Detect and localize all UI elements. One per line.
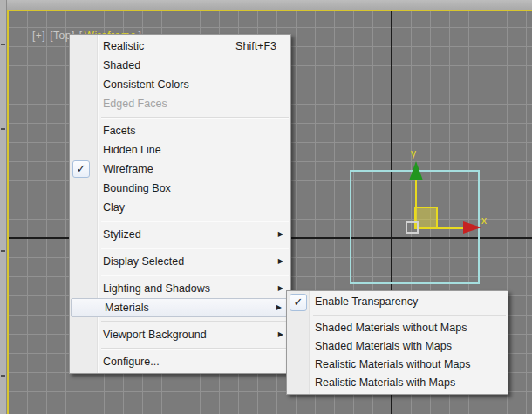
submenu-arrow-icon: ▶	[278, 252, 283, 271]
menu-item-shaded[interactable]: Shaded	[70, 56, 290, 75]
menu-item-consistent-colors[interactable]: Consistent Colors	[70, 75, 290, 94]
viewport-general-menu-label[interactable]: [+]	[32, 30, 45, 42]
menu-item-label: Clay	[103, 201, 125, 214]
viewport-top-edge	[6, 0, 532, 10]
menu-item-label: Consistent Colors	[103, 78, 189, 91]
x-axis-label: x	[481, 214, 487, 227]
menu-item-edged-faces[interactable]: Edged Faces	[70, 94, 290, 113]
menu-item-label: Display Selected	[103, 255, 184, 268]
viewport-left-edge	[0, 0, 7, 414]
menu-item-realistic-materials-without-maps[interactable]: Realistic Materials without Maps	[287, 356, 508, 374]
menu-separator	[70, 217, 290, 225]
menu-item-shaded-materials-with-maps[interactable]: Shaded Materials with Maps	[287, 337, 508, 356]
menu-item-label: Materials	[105, 302, 149, 314]
x-axis-arrow-icon[interactable]	[463, 221, 481, 234]
menu-item-label: Viewport Background	[103, 329, 207, 341]
menu-item-materials[interactable]: Materials▶	[71, 298, 290, 317]
menu-item-label: Shaded Materials with Maps	[315, 340, 452, 352]
y-axis-arrow-icon[interactable]	[409, 161, 423, 180]
menu-item-lighting-and-shadows[interactable]: Lighting and Shadows▶	[70, 279, 290, 298]
menu-item-label: Shaded	[103, 59, 140, 71]
menu-item-shortcut: Shift+F3	[235, 37, 276, 56]
menu-item-realistic[interactable]: RealisticShift+F3	[70, 37, 290, 56]
y-axis-label: y	[411, 147, 416, 159]
menu-item-label: Realistic Materials with Maps	[315, 377, 455, 389]
menu-item-hidden-line[interactable]: Hidden Line	[70, 140, 290, 159]
ruler-tick	[1, 250, 5, 252]
menu-item-label: Configure...	[103, 356, 160, 368]
menu-item-realistic-materials-with-maps[interactable]: Realistic Materials with Maps	[287, 374, 508, 392]
submenu-arrow-icon: ▶	[278, 325, 283, 344]
menu-separator	[70, 344, 290, 352]
menu-item-bounding-box[interactable]: Bounding Box	[70, 179, 290, 198]
menu-item-wireframe[interactable]: ✓Wireframe	[70, 159, 290, 179]
checkmark-icon: ✓	[72, 160, 90, 178]
submenu-arrow-icon: ▶	[278, 279, 283, 298]
menu-item-label: Lighting and Shadows	[103, 282, 210, 295]
submenu-arrow-icon: ▶	[278, 225, 283, 244]
menu-separator	[70, 113, 290, 121]
pivot-point-marker	[406, 221, 419, 234]
viewport-shading-context-menu: RealisticShift+F3ShadedConsistent Colors…	[69, 34, 291, 374]
menu-separator	[287, 311, 508, 319]
ruler-tick	[1, 44, 5, 45]
menu-item-label: Enable Transparency	[315, 295, 418, 308]
checkmark-icon: ✓	[290, 294, 307, 311]
menu-separator	[70, 317, 290, 325]
menu-item-label: Bounding Box	[103, 182, 171, 194]
menu-item-viewport-background[interactable]: Viewport Background▶	[70, 325, 290, 344]
menu-item-display-selected[interactable]: Display Selected▶	[70, 252, 290, 271]
ruler-tick	[1, 375, 5, 377]
materials-submenu: ✓Enable TransparencyShaded Materials wit…	[286, 290, 508, 395]
menu-item-enable-transparency[interactable]: ✓Enable Transparency	[287, 293, 508, 311]
menu-item-configure[interactable]: Configure...	[70, 352, 290, 371]
menu-item-label: Wireframe	[103, 163, 153, 175]
menu-item-facets[interactable]: Facets	[70, 121, 290, 140]
menu-item-label: Realistic Materials without Maps	[315, 358, 471, 370]
menu-item-clay[interactable]: Clay	[70, 198, 290, 217]
menu-item-label: Hidden Line	[103, 144, 161, 156]
menu-item-stylized[interactable]: Stylized▶	[70, 225, 290, 244]
menu-item-label: Edged Faces	[103, 98, 167, 110]
menu-separator	[70, 244, 290, 252]
max-viewport-screenshot: [+][Top][Wireframe] y x RealisticShift+F…	[0, 0, 532, 414]
menu-item-shaded-materials-without-maps[interactable]: Shaded Materials without Maps	[287, 319, 508, 337]
menu-item-label: Stylized	[103, 228, 141, 241]
menu-item-label: Realistic	[103, 40, 144, 52]
menu-separator	[70, 271, 290, 279]
submenu-arrow-icon: ▶	[276, 299, 282, 316]
menu-item-label: Facets	[103, 125, 136, 137]
ruler-tick	[1, 128, 5, 130]
menu-item-label: Shaded Materials without Maps	[315, 322, 467, 334]
